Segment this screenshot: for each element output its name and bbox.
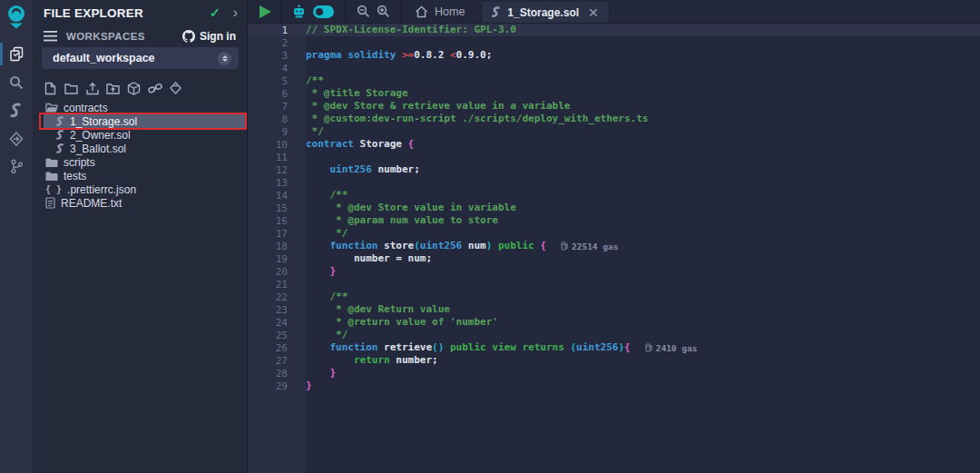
code-line-1[interactable]: 1// SPDX-License-Identifier: GPL-3.0 xyxy=(248,24,980,36)
code-line-8[interactable]: 8 * @custom:dev-run-script ./scripts/dep… xyxy=(248,113,980,125)
line-number[interactable]: 16 xyxy=(248,215,306,227)
line-number[interactable]: 10 xyxy=(248,139,306,151)
sidebar-item-deploy-and-run[interactable] xyxy=(0,124,33,153)
line-number[interactable]: 11 xyxy=(248,152,306,163)
ai-toggle[interactable] xyxy=(313,5,334,18)
new-file-button[interactable] xyxy=(42,80,59,96)
upload-file-button[interactable] xyxy=(83,80,101,96)
code-line-17[interactable]: 17 */ xyxy=(248,227,980,240)
close-tab-icon[interactable]: ✕ xyxy=(588,5,599,20)
new-folder-icon xyxy=(64,83,78,94)
line-number[interactable]: 14 xyxy=(248,190,306,202)
line-number[interactable]: 26 xyxy=(248,342,306,354)
line-number[interactable]: 23 xyxy=(248,304,306,316)
code-line-28[interactable]: 28 } xyxy=(248,367,980,379)
code-line-25[interactable]: 25 */ xyxy=(248,329,980,341)
code-line-21[interactable]: 21 xyxy=(248,278,980,291)
tree-item-readme-txt[interactable]: README.txt xyxy=(33,196,247,210)
line-number[interactable]: 17 xyxy=(248,228,306,240)
line-number[interactable]: 24 xyxy=(248,317,306,329)
code-line-9[interactable]: 9 */ xyxy=(248,125,980,138)
code-line-29[interactable]: 29} xyxy=(248,379,980,392)
line-number[interactable]: 22 xyxy=(248,291,306,303)
solidity-scan-button[interactable] xyxy=(167,80,184,96)
line-number[interactable]: 28 xyxy=(248,368,306,379)
sidebar-item-git[interactable] xyxy=(0,153,33,181)
code-line-22[interactable]: 22 /** xyxy=(248,291,980,303)
sidebar-item-solidity-compiler[interactable] xyxy=(0,96,33,124)
tree-item-scripts[interactable]: scripts xyxy=(33,155,247,169)
line-number[interactable]: 19 xyxy=(248,253,306,265)
code-line-24[interactable]: 24 * @return value of 'number' xyxy=(248,316,980,329)
code-line-20[interactable]: 20 } xyxy=(248,265,980,278)
line-number[interactable]: 20 xyxy=(248,266,306,278)
code-line-18[interactable]: 18 function store(uint256 num) public {2… xyxy=(248,240,980,252)
tab-home[interactable]: Home xyxy=(402,0,481,23)
solidity-compiler-icon xyxy=(10,103,23,118)
code-line-14[interactable]: 14 /** xyxy=(248,189,980,202)
code-line-2[interactable]: 2 xyxy=(248,36,980,49)
line-number[interactable]: 12 xyxy=(248,164,306,176)
zoom-in-icon xyxy=(377,5,390,18)
hamburger-menu-icon[interactable] xyxy=(44,31,57,42)
workspace-stepper-icon[interactable] xyxy=(218,52,231,65)
cube-button[interactable] xyxy=(125,80,142,96)
zoom-out-button[interactable] xyxy=(357,5,370,18)
line-number[interactable]: 25 xyxy=(248,330,306,341)
run-script-button[interactable] xyxy=(260,5,271,18)
line-number[interactable]: 13 xyxy=(248,177,306,189)
upload-folder-button[interactable] xyxy=(104,80,122,96)
line-number[interactable]: 3 xyxy=(248,50,306,62)
line-number[interactable]: 6 xyxy=(248,88,306,100)
new-folder-button[interactable] xyxy=(63,80,80,96)
line-number[interactable]: 21 xyxy=(248,279,306,291)
line-number[interactable]: 2 xyxy=(248,37,306,49)
sidebar-item-file-explorer[interactable] xyxy=(0,40,33,68)
tree-item-tests[interactable]: tests xyxy=(33,169,247,182)
sign-in-button[interactable]: Sign in xyxy=(182,30,236,43)
code-line-19[interactable]: 19 number = num; xyxy=(248,252,980,265)
ai-assistant-button[interactable] xyxy=(291,5,307,19)
code-line-27[interactable]: 27 return number; xyxy=(248,354,980,367)
code-line-12[interactable]: 12 uint256 number; xyxy=(248,163,980,176)
code-line-6[interactable]: 6 * @title Storage xyxy=(248,87,980,100)
tree-item-2-owner-sol[interactable]: 2_Owner.sol xyxy=(33,128,247,142)
line-number[interactable]: 27 xyxy=(248,355,306,367)
tree-item--prettierrc-json[interactable]: { }.prettierrc.json xyxy=(33,182,247,196)
remix-logo[interactable] xyxy=(0,0,33,33)
search-icon xyxy=(9,75,24,90)
code-line-23[interactable]: 23 * @dev Return value xyxy=(248,303,980,316)
line-number[interactable]: 18 xyxy=(248,241,306,252)
chevron-right-icon[interactable]: › xyxy=(233,5,238,20)
line-number[interactable]: 7 xyxy=(248,101,306,113)
zoom-in-button[interactable] xyxy=(377,5,390,18)
tab-1-storage-sol[interactable]: 1_Storage.sol ✕ xyxy=(481,2,609,23)
code-line-11[interactable]: 11 xyxy=(248,151,980,163)
sidebar-item-search[interactable] xyxy=(0,68,33,96)
code-line-5[interactable]: 5/** xyxy=(248,74,980,87)
line-number[interactable]: 1 xyxy=(248,25,306,36)
link-button[interactable] xyxy=(146,80,163,96)
line-number[interactable]: 8 xyxy=(248,113,306,125)
code-text: contract Storage { xyxy=(306,138,414,151)
line-number[interactable]: 15 xyxy=(248,202,306,214)
tree-item-3-ballot-sol[interactable]: 3_Ballot.sol xyxy=(33,142,247,155)
code-line-10[interactable]: 10contract Storage { xyxy=(248,138,980,151)
code-line-7[interactable]: 7 * @dev Store & retrieve value in a var… xyxy=(248,100,980,113)
line-number[interactable]: 9 xyxy=(248,126,306,138)
line-number[interactable]: 5 xyxy=(248,75,306,87)
line-number[interactable]: 4 xyxy=(248,63,306,74)
code-line-16[interactable]: 16 * @param num value to store xyxy=(248,214,980,227)
code-editor[interactable]: 1// SPDX-License-Identifier: GPL-3.023pr… xyxy=(248,24,980,473)
tree-item-1-storage-sol[interactable]: 1_Storage.sol xyxy=(44,114,245,128)
code-line-4[interactable]: 4 xyxy=(248,62,980,74)
code-line-26[interactable]: 26 function retrieve() public view retur… xyxy=(248,341,980,354)
tree-item-contracts[interactable]: contracts xyxy=(33,101,247,114)
code-line-15[interactable]: 15 * @dev Store value in variable xyxy=(248,202,980,214)
code-lines: 1// SPDX-License-Identifier: GPL-3.023pr… xyxy=(248,24,980,392)
line-number[interactable]: 29 xyxy=(248,380,306,392)
code-line-13[interactable]: 13 xyxy=(248,176,980,189)
check-icon[interactable]: ✓ xyxy=(210,5,220,20)
code-line-3[interactable]: 3pragma solidity >=0.8.2 <0.9.0; xyxy=(248,49,980,62)
workspace-select[interactable]: default_workspace xyxy=(42,47,239,69)
